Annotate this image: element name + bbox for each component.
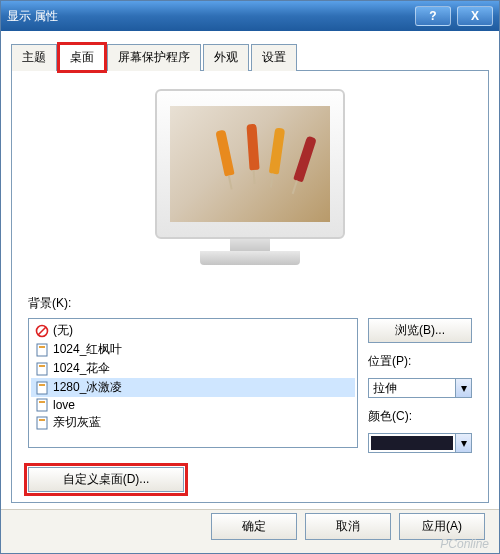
svg-rect-11 <box>39 419 45 421</box>
list-item[interactable]: 1024_花伞 <box>31 359 355 378</box>
list-item-label: 1024_花伞 <box>53 360 110 377</box>
monitor-preview <box>28 89 472 279</box>
wallpaper-preview <box>170 106 330 222</box>
help-button[interactable]: ? <box>415 6 451 26</box>
tab-theme[interactable]: 主题 <box>11 44 57 71</box>
desktop-tab-panel: 背景(K): (无) 1024_红枫叶 <box>11 71 489 503</box>
list-item[interactable]: (无) <box>31 321 355 340</box>
tab-label: 外观 <box>214 50 238 64</box>
file-icon <box>35 362 49 376</box>
tab-appearance[interactable]: 外观 <box>203 44 249 71</box>
chevron-down-icon: ▾ <box>455 434 471 452</box>
svg-rect-7 <box>39 384 45 386</box>
tab-strip: 主题 桌面 屏幕保护程序 外观 设置 <box>11 43 489 71</box>
dialog-footer: 确定 取消 应用(A) <box>1 509 499 553</box>
tab-label: 主题 <box>22 50 46 64</box>
list-item[interactable]: love <box>31 397 355 413</box>
titlebar: 显示 属性 ? X <box>1 1 499 31</box>
list-item[interactable]: 亲切灰蓝 <box>31 413 355 432</box>
svg-rect-6 <box>37 382 47 394</box>
tab-label: 屏幕保护程序 <box>118 50 190 64</box>
window-body: 主题 桌面 屏幕保护程序 外观 设置 <box>1 31 499 509</box>
svg-rect-4 <box>37 363 47 375</box>
customize-desktop-label: 自定义桌面(D)... <box>63 472 150 486</box>
list-item-label: 亲切灰蓝 <box>53 414 101 431</box>
list-item-label: 1024_红枫叶 <box>53 341 122 358</box>
position-label: 位置(P): <box>368 353 472 370</box>
list-item-label: (无) <box>53 322 73 339</box>
display-properties-window: 显示 属性 ? X 主题 桌面 屏幕保护程序 外观 设置 <box>0 0 500 554</box>
tab-screensaver[interactable]: 屏幕保护程序 <box>107 44 201 71</box>
position-value: 拉伸 <box>369 380 455 397</box>
help-icon: ? <box>429 9 436 23</box>
browse-button-label: 浏览(B)... <box>395 323 445 337</box>
chevron-down-icon: ▾ <box>455 379 471 397</box>
file-icon <box>35 343 49 357</box>
background-label: 背景(K): <box>28 295 472 312</box>
list-item-label: 1280_冰激凌 <box>53 379 122 396</box>
none-icon <box>35 324 49 338</box>
apply-button[interactable]: 应用(A) <box>399 513 485 540</box>
svg-rect-9 <box>39 401 45 403</box>
svg-rect-5 <box>39 365 45 367</box>
tab-desktop[interactable]: 桌面 <box>59 44 105 71</box>
svg-rect-8 <box>37 399 47 411</box>
color-select[interactable]: ▾ <box>368 433 472 453</box>
browse-button[interactable]: 浏览(B)... <box>368 318 472 343</box>
close-icon: X <box>471 9 479 23</box>
position-select[interactable]: 拉伸 ▾ <box>368 378 472 398</box>
monitor-icon <box>150 89 350 279</box>
background-listbox[interactable]: (无) 1024_红枫叶 1024_花伞 1280_冰激凌 <box>28 318 358 448</box>
svg-line-1 <box>38 327 46 335</box>
cancel-button[interactable]: 取消 <box>305 513 391 540</box>
ok-button-label: 确定 <box>242 519 266 533</box>
tab-label: 桌面 <box>70 50 94 64</box>
ok-button[interactable]: 确定 <box>211 513 297 540</box>
apply-button-label: 应用(A) <box>422 519 462 533</box>
svg-rect-3 <box>39 346 45 348</box>
window-title: 显示 属性 <box>7 8 415 25</box>
tab-label: 设置 <box>262 50 286 64</box>
svg-rect-10 <box>37 417 47 429</box>
file-icon <box>35 398 49 412</box>
list-item[interactable]: 1024_红枫叶 <box>31 340 355 359</box>
color-label: 颜色(C): <box>368 408 472 425</box>
file-icon <box>35 381 49 395</box>
svg-rect-2 <box>37 344 47 356</box>
color-swatch <box>371 436 453 450</box>
list-item-label: love <box>53 398 75 412</box>
list-item[interactable]: 1280_冰激凌 <box>31 378 355 397</box>
side-controls: 浏览(B)... 位置(P): 拉伸 ▾ 颜色(C): ▾ <box>368 318 472 453</box>
customize-desktop-button[interactable]: 自定义桌面(D)... <box>28 467 184 492</box>
file-icon <box>35 416 49 430</box>
close-button[interactable]: X <box>457 6 493 26</box>
cancel-button-label: 取消 <box>336 519 360 533</box>
titlebar-buttons: ? X <box>415 6 493 26</box>
tab-settings[interactable]: 设置 <box>251 44 297 71</box>
